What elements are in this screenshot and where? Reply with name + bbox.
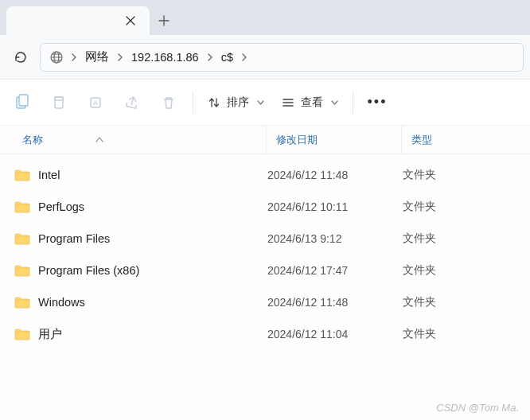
cell-name: Intel — [14, 169, 258, 181]
folder-icon — [14, 232, 38, 245]
new-item-button[interactable] — [5, 87, 40, 119]
cell-date: 2024/6/12 11:04 — [258, 328, 393, 340]
chevron-right-icon[interactable] — [69, 53, 79, 61]
column-date-label: 修改日期 — [276, 133, 318, 147]
cell-date: 2024/6/12 11:48 — [258, 296, 393, 309]
toolbar: A 排序 查看 ••• — [0, 80, 530, 126]
network-icon — [44, 45, 69, 70]
address-path[interactable]: 网络 192.168.1.86 c$ — [40, 43, 524, 72]
browser-tab[interactable] — [6, 6, 150, 35]
chevron-right-icon[interactable] — [205, 53, 215, 61]
close-tab-icon[interactable] — [121, 11, 140, 30]
cell-name: Windows — [14, 296, 258, 309]
svg-rect-4 — [55, 97, 63, 108]
toolbar-separator — [193, 91, 193, 114]
list-item[interactable]: Windows2024/6/12 11:48文件夹 — [0, 286, 530, 318]
refresh-button[interactable] — [6, 43, 35, 72]
item-name: Windows — [38, 296, 85, 309]
new-tab-button[interactable] — [150, 6, 178, 35]
svg-text:A: A — [93, 99, 98, 107]
item-name: PerfLogs — [38, 200, 84, 213]
file-list: Intel2024/6/12 11:48文件夹PerfLogs2024/6/12… — [0, 154, 530, 350]
item-name: Program Files — [38, 232, 110, 245]
breadcrumb-item[interactable]: 192.168.1.86 — [125, 44, 205, 71]
column-type-label: 类型 — [411, 133, 432, 147]
more-button[interactable]: ••• — [360, 87, 395, 119]
cell-date: 2024/6/12 11:48 — [258, 169, 393, 181]
cell-name: Program Files — [14, 232, 258, 245]
cell-date: 2024/6/13 9:12 — [258, 232, 393, 245]
cell-date: 2024/6/12 10:11 — [258, 200, 393, 213]
cell-type: 文件夹 — [393, 263, 530, 278]
cell-name: PerfLogs — [14, 200, 258, 213]
sort-indicator-icon — [95, 137, 103, 142]
sort-button[interactable]: 排序 — [200, 87, 272, 119]
sort-label: 排序 — [227, 95, 249, 110]
chevron-right-icon[interactable] — [115, 53, 125, 61]
cell-type: 文件夹 — [393, 327, 530, 341]
folder-icon — [14, 169, 38, 181]
cell-type: 文件夹 — [393, 200, 530, 214]
toolbar-separator — [353, 91, 353, 114]
sort-icon — [208, 96, 220, 109]
tab-bar — [0, 0, 530, 35]
folder-icon — [14, 200, 38, 213]
view-icon — [282, 96, 294, 109]
copy-button[interactable]: A — [78, 87, 113, 119]
column-header-type[interactable]: 类型 — [401, 126, 530, 154]
view-label: 查看 — [301, 95, 323, 110]
cell-type: 文件夹 — [393, 231, 530, 246]
cell-name: 用户 — [14, 327, 258, 342]
list-item[interactable]: 用户2024/6/12 11:04文件夹 — [0, 318, 530, 350]
column-name-label: 名称 — [22, 133, 43, 147]
item-name: 用户 — [38, 327, 62, 342]
cell-type: 文件夹 — [393, 295, 530, 309]
folder-icon — [14, 296, 38, 309]
chevron-right-icon[interactable] — [240, 53, 249, 61]
cell-type: 文件夹 — [393, 168, 530, 182]
list-item[interactable]: Program Files2024/6/13 9:12文件夹 — [0, 223, 530, 255]
item-name: Program Files (x86) — [38, 264, 139, 277]
list-item[interactable]: PerfLogs2024/6/12 10:11文件夹 — [0, 191, 530, 223]
svg-rect-3 — [19, 95, 28, 106]
breadcrumb-item[interactable]: 网络 — [79, 44, 115, 71]
cell-name: Program Files (x86) — [14, 264, 258, 277]
folder-icon — [14, 328, 38, 340]
caret-down-icon — [257, 100, 264, 105]
svg-rect-5 — [55, 97, 63, 100]
watermark: CSDN @Tom Ma. — [436, 402, 519, 414]
share-button[interactable] — [115, 87, 150, 119]
item-name: Intel — [38, 169, 60, 181]
column-headers: 名称 修改日期 类型 — [0, 126, 530, 154]
column-header-date[interactable]: 修改日期 — [266, 126, 401, 154]
column-header-name[interactable]: 名称 — [22, 133, 266, 147]
list-item[interactable]: Intel2024/6/12 11:48文件夹 — [0, 159, 530, 191]
view-button[interactable]: 查看 — [274, 87, 346, 119]
cell-date: 2024/6/12 17:47 — [258, 264, 393, 277]
breadcrumb-item[interactable]: c$ — [215, 44, 240, 71]
cut-button[interactable] — [41, 87, 76, 119]
delete-button[interactable] — [151, 87, 186, 119]
caret-down-icon — [331, 100, 338, 105]
address-bar: 网络 192.168.1.86 c$ — [0, 35, 530, 80]
folder-icon — [14, 264, 38, 277]
list-item[interactable]: Program Files (x86)2024/6/12 17:47文件夹 — [0, 255, 530, 286]
